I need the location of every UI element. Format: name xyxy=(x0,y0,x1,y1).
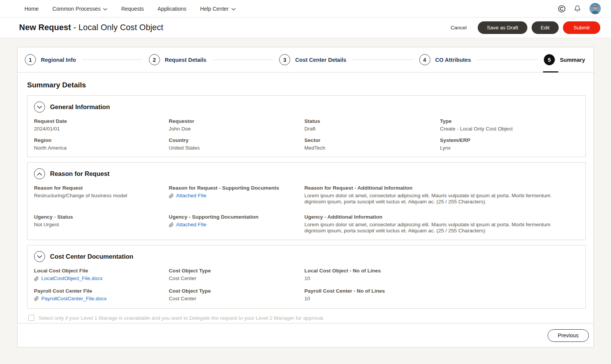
step-number: 3 xyxy=(279,54,290,65)
header-actions: Cancel Save as Draft Edit Submit xyxy=(451,21,600,34)
step-summary[interactable]: 5 Summary xyxy=(544,54,585,65)
attached-file-label: Attached FIle xyxy=(176,222,207,228)
field-grid: Local Cost Object File LocalCostObject_F… xyxy=(34,268,579,303)
field-value: MedTech xyxy=(304,145,440,151)
step-number: 4 xyxy=(419,54,430,65)
field-value: Lorem ipsum dolor sit amet, consectetur … xyxy=(304,222,564,234)
field-label: Local Cost Object - No of Lines xyxy=(304,268,579,274)
section-title: Reason for Request xyxy=(50,170,110,177)
field-label: Local Cost Object File xyxy=(34,268,169,274)
field-label: Cost Object Type xyxy=(169,288,304,294)
step-regional-info[interactable]: 1 Regional Info xyxy=(25,54,76,65)
step-number: 2 xyxy=(149,54,160,65)
section-general-information: General Information Request Date 2024/01… xyxy=(27,95,586,157)
nav-item-requests[interactable]: Requests xyxy=(121,6,144,12)
field-value: Create - Local Only Cost Object xyxy=(440,126,579,132)
section-header: Cost Center Documentation xyxy=(34,251,579,262)
attached-file-link[interactable]: Attached FIle xyxy=(169,193,207,199)
field-value: Lorem ipsum dolor sit amet, consectetur … xyxy=(304,193,564,205)
nav-item-help-center[interactable]: Help Center xyxy=(200,6,236,12)
field-value: Lynx xyxy=(440,145,579,151)
step-connector xyxy=(212,60,273,60)
field-label: Payroll Cost Center - No of Lines xyxy=(304,288,579,294)
top-navigation: Home Common Processes Requests Applicati… xyxy=(0,0,611,18)
field-label: Region xyxy=(34,137,169,143)
page-header: New Request - Local Only Cost Object Can… xyxy=(0,18,611,38)
user-avatar[interactable] xyxy=(589,3,601,14)
field-label: Reason for Request - Additional Informat… xyxy=(304,185,579,191)
field-value: United States xyxy=(169,145,304,151)
paperclip-icon xyxy=(34,296,39,301)
section-header: Reason for Request xyxy=(34,168,579,179)
summary-content: Summary Details General Information Requ… xyxy=(18,72,593,321)
wizard-stepper: 1 Regional Info 2 Request Details 3 Cost… xyxy=(18,47,593,72)
collapse-chevron-down-icon[interactable] xyxy=(34,101,45,113)
nav-right xyxy=(558,3,601,14)
field-value: 2024/01/01 xyxy=(34,126,169,132)
attached-file-label: Attached FIle xyxy=(176,193,207,199)
collapse-chevron-down-icon[interactable] xyxy=(34,251,45,262)
save-as-draft-button[interactable]: Save as Draft xyxy=(478,21,527,34)
field-grid: Request Date 2024/01/01 Requestor John D… xyxy=(34,118,579,151)
paperclip-icon xyxy=(169,193,174,198)
field-urgency-additional-information: Ugency - Additional Information Lorem ip… xyxy=(304,214,579,234)
field-label: Status xyxy=(304,118,440,124)
brand-c-icon[interactable] xyxy=(558,5,566,13)
nav-item-common-processes[interactable]: Common Processes xyxy=(52,6,107,12)
payroll-cost-center-file-link[interactable]: PayrollCostCenter_File.docx xyxy=(34,296,107,302)
file-link-label: PayrollCostCenter_File.docx xyxy=(41,296,107,302)
step-co-attributes[interactable]: 4 CO Attributes xyxy=(419,54,471,65)
field-label: Sector xyxy=(304,137,440,143)
card-footer: Previous xyxy=(18,323,593,347)
field-requestor: Requestor John Doe xyxy=(169,118,304,132)
field-cost-object-type-2: Cost Object Type Cost Center xyxy=(169,288,304,303)
step-cost-center-details[interactable]: 3 Cost Center Details xyxy=(279,54,346,65)
nav-label: Home xyxy=(24,6,39,12)
collapse-chevron-up-icon[interactable] xyxy=(34,168,45,179)
delegate-checkbox[interactable] xyxy=(28,315,34,321)
nav-item-home[interactable]: Home xyxy=(24,6,39,12)
field-label: Ugency - Additional Information xyxy=(304,214,579,220)
nav-item-applications[interactable]: Applications xyxy=(158,6,187,12)
step-label: Request Details xyxy=(165,57,207,63)
step-number: 1 xyxy=(25,54,36,65)
step-label: Regional Info xyxy=(41,57,76,63)
field-label: Ugency - Status xyxy=(34,214,169,220)
field-label: Requestor xyxy=(169,118,304,124)
submit-button[interactable]: Submit xyxy=(563,21,600,34)
field-country: Country United States xyxy=(169,137,304,151)
nav-label: Applications xyxy=(158,6,187,12)
local-cost-object-file-link[interactable]: LocalCostObject_File.docx xyxy=(34,275,103,282)
field-label: Type xyxy=(440,118,579,124)
previous-button[interactable]: Previous xyxy=(548,329,589,342)
field-value: Cost Center xyxy=(169,275,304,282)
attached-file-link[interactable]: Attached FIle xyxy=(169,222,207,228)
delegate-checkbox-row: Select only if your Level 1 Manage is un… xyxy=(28,315,586,321)
field-value: Not Urgent xyxy=(34,222,169,228)
page-title-primary: New Request xyxy=(19,23,71,32)
page-title-secondary: - Local Only Cost Object xyxy=(71,23,163,32)
field-value: Cost Center xyxy=(169,296,304,302)
field-label: System/ERP xyxy=(440,137,579,143)
step-request-details[interactable]: 2 Request Details xyxy=(149,54,207,65)
chevron-down-icon xyxy=(103,6,107,12)
field-value: Restructuring/Change of business model xyxy=(34,193,169,199)
nav-label: Requests xyxy=(121,6,144,12)
cancel-button[interactable]: Cancel xyxy=(451,25,467,31)
field-label: Payroll Cost Center File xyxy=(34,288,169,294)
nav-items: Home Common Processes Requests Applicati… xyxy=(24,6,236,12)
notifications-bell-icon[interactable] xyxy=(574,5,581,12)
field-label: Ugency - Supporting Documentation xyxy=(169,214,304,220)
step-label: Summary xyxy=(560,57,585,63)
field-cost-object-type: Cost Object Type Cost Center xyxy=(169,268,304,283)
field-reason-for-request: Reason for Request Restructuring/Change … xyxy=(34,185,169,205)
chevron-down-icon xyxy=(231,6,236,12)
edit-button[interactable]: Edit xyxy=(532,21,559,34)
step-label: Cost Center Details xyxy=(295,57,346,63)
field-system-erp: System/ERP Lynx xyxy=(440,137,579,151)
field-request-date: Request Date 2024/01/01 xyxy=(34,118,169,132)
step-number: 5 xyxy=(544,54,555,65)
delegate-checkbox-label: Select only if your Level 1 Manage is un… xyxy=(39,315,324,321)
field-type: Type Create - Local Only Cost Object xyxy=(440,118,579,132)
field-sector: Sector MedTech xyxy=(304,137,440,151)
